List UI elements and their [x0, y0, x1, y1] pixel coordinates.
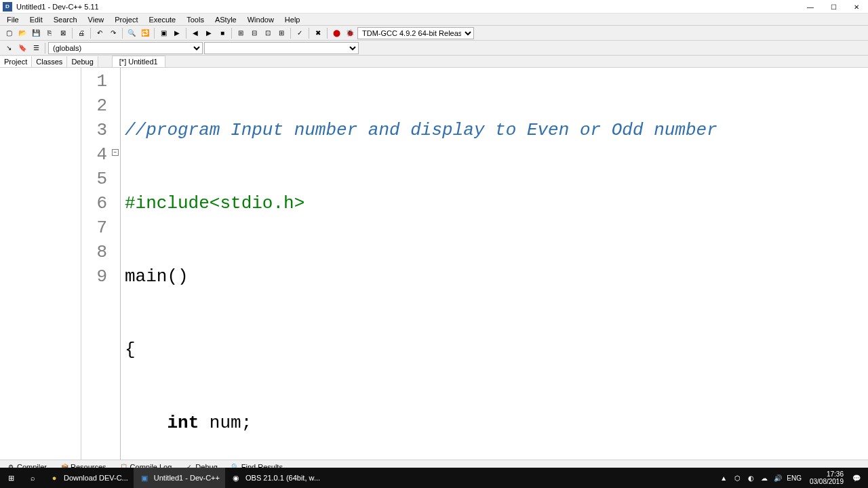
undo-icon[interactable]: ↶: [94, 27, 106, 39]
line-gutter: 1 2 3 4 5 6 7 8 9: [81, 68, 111, 460]
separator: [122, 28, 123, 39]
menu-bar: File Edit Search View Project Execute To…: [0, 14, 868, 26]
close-button[interactable]: ✕: [845, 0, 868, 14]
scope-select[interactable]: (globals): [48, 42, 203, 54]
member-select[interactable]: [204, 42, 359, 54]
side-tabs: Project Classes Debug: [0, 56, 98, 67]
menu-view[interactable]: View: [83, 14, 110, 25]
cancel-icon[interactable]: ✖: [312, 27, 324, 39]
bookmark-icon[interactable]: 🔖: [16, 42, 28, 54]
menu-window[interactable]: Window: [242, 14, 279, 25]
windows-icon: ⊞: [5, 472, 16, 483]
windows-taskbar: ⊞ ⌕ ●Download DEV-C... ▣Untitled1 - Dev-…: [0, 468, 868, 488]
close-icon[interactable]: ⊠: [57, 27, 69, 39]
grid1-icon[interactable]: ⊞: [235, 27, 247, 39]
menu-search[interactable]: Search: [48, 14, 83, 25]
tray-app-icon[interactable]: ⬡: [732, 473, 742, 483]
tray-power-icon[interactable]: ◐: [746, 473, 755, 483]
file-tabs: [*] Untitled1: [112, 56, 165, 67]
save-icon[interactable]: 💾: [30, 27, 42, 39]
taskbar-devcpp[interactable]: ▣Untitled1 - Dev-C++: [134, 468, 225, 488]
file-tab-untitled1[interactable]: [*] Untitled1: [112, 56, 165, 67]
compile-icon[interactable]: ▣: [157, 27, 170, 39]
tray-network-icon[interactable]: ☁: [760, 473, 769, 483]
code-area[interactable]: //program Input number and display to Ev…: [121, 68, 868, 460]
menu-execute[interactable]: Execute: [143, 14, 181, 25]
notifications-icon[interactable]: 💬: [852, 473, 861, 483]
taskbar-clock[interactable]: 17:36 03/08/2019: [806, 470, 848, 485]
menu-project[interactable]: Project: [109, 14, 143, 25]
code-line: #include<stdio.h>: [121, 191, 868, 216]
check-icon[interactable]: ✓: [294, 27, 306, 39]
window-title: Untitled1 - Dev-C++ 5.11: [16, 3, 865, 11]
tab-project[interactable]: Project: [0, 56, 32, 67]
minimize-button[interactable]: —: [799, 0, 822, 14]
separator: [72, 28, 73, 39]
grid2-icon[interactable]: ⊟: [248, 27, 260, 39]
debug-icon[interactable]: 🐞: [344, 27, 356, 39]
tray-volume-icon[interactable]: 🔊: [773, 473, 783, 483]
new-icon[interactable]: ▢: [3, 27, 15, 39]
separator: [186, 28, 186, 39]
menu-file[interactable]: File: [1, 14, 24, 25]
separator: [154, 28, 155, 39]
taskbar-obs[interactable]: ◉OBS 21.0.1 (64bit, w...: [225, 468, 326, 488]
title-bar: D Untitled1 - Dev-C++ 5.11: [0, 0, 868, 14]
redo-icon[interactable]: ↷: [107, 27, 119, 39]
code-editor[interactable]: 1 2 3 4 5 6 7 8 9 − //program Input numb…: [81, 68, 868, 460]
profile-icon[interactable]: ⬤: [330, 27, 342, 39]
run-icon[interactable]: ▶: [171, 27, 183, 39]
app-icon: D: [3, 2, 12, 12]
goto-icon[interactable]: ↘: [3, 42, 15, 54]
fwd-icon[interactable]: ▶: [203, 27, 215, 39]
menu-astyle[interactable]: AStyle: [210, 14, 242, 25]
tray-lang[interactable]: ENG: [787, 473, 802, 483]
tray-chevron-icon[interactable]: ▲: [719, 473, 728, 483]
code-line: main(): [121, 264, 868, 289]
compiler-select[interactable]: TDM-GCC 4.9.2 64-bit Release: [357, 27, 474, 39]
menu-tools[interactable]: Tools: [181, 14, 210, 25]
main-area: 1 2 3 4 5 6 7 8 9 − //program Input numb…: [0, 68, 868, 460]
tab-bar: Project Classes Debug [*] Untitled1: [0, 56, 868, 68]
list-icon[interactable]: ☰: [30, 42, 42, 54]
start-button[interactable]: ⊞: [0, 468, 22, 488]
tab-classes[interactable]: Classes: [32, 56, 67, 67]
project-sidebar[interactable]: [0, 68, 81, 460]
separator: [290, 28, 291, 39]
separator: [309, 28, 309, 39]
grid4-icon[interactable]: ⊞: [275, 27, 288, 39]
menu-edit[interactable]: Edit: [24, 14, 48, 25]
code-line: {: [121, 338, 868, 362]
system-tray: ▲ ⬡ ◐ ☁ 🔊 ENG 17:36 03/08/2019 💬: [719, 470, 868, 485]
tab-debug[interactable]: Debug: [67, 56, 98, 67]
fold-toggle-icon[interactable]: −: [112, 149, 119, 156]
saveall-icon[interactable]: ⎘: [43, 27, 56, 39]
separator: [45, 43, 45, 54]
scope-toolbar: ↘ 🔖 ☰ (globals): [0, 41, 868, 56]
print-icon[interactable]: 🖨: [75, 27, 87, 39]
separator: [231, 28, 232, 39]
separator: [327, 28, 328, 39]
search-button[interactable]: ⌕: [22, 468, 43, 488]
search-icon: ⌕: [27, 472, 38, 483]
taskbar-chrome[interactable]: ●Download DEV-C...: [43, 468, 134, 488]
window-buttons: — ☐ ✕: [799, 0, 868, 14]
separator: [90, 28, 91, 39]
code-line: //program Input number and display to Ev…: [121, 118, 868, 142]
devcpp-icon: ▣: [139, 472, 150, 483]
back-icon[interactable]: ◀: [189, 27, 201, 39]
fold-column: −: [111, 68, 121, 460]
replace-icon[interactable]: 🔁: [139, 27, 151, 39]
code-line: int num;: [121, 411, 868, 435]
stop-icon[interactable]: ■: [216, 27, 229, 39]
menu-help[interactable]: Help: [279, 14, 306, 25]
open-icon[interactable]: 📂: [16, 27, 28, 39]
main-toolbar: ▢ 📂 💾 ⎘ ⊠ 🖨 ↶ ↷ 🔍 🔁 ▣ ▶ ◀ ▶ ■ ⊞ ⊟ ⊡ ⊞ ✓ …: [0, 26, 868, 41]
find-icon[interactable]: 🔍: [125, 27, 138, 39]
obs-icon: ◉: [231, 472, 241, 483]
grid3-icon[interactable]: ⊡: [262, 27, 274, 39]
maximize-button[interactable]: ☐: [822, 0, 845, 14]
chrome-icon: ●: [49, 472, 60, 483]
